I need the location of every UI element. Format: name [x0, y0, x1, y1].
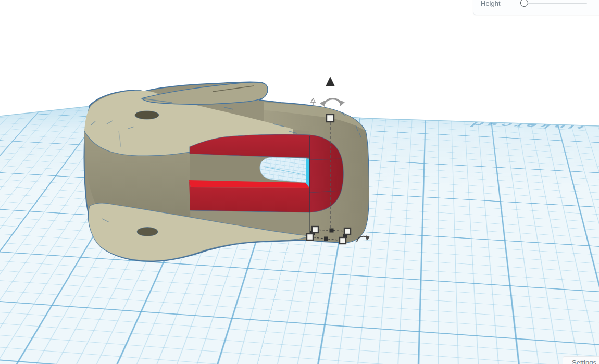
slot-inner-edge-cyan: [306, 158, 309, 187]
height-slider[interactable]: [519, 0, 599, 7]
rotate-arrowhead-icon: [366, 235, 370, 241]
rotate-handle-top[interactable]: [320, 99, 345, 107]
height-panel: Height 20: [473, 0, 599, 15]
rotate-arrowhead-right-icon: [339, 100, 345, 106]
scale-handle-top[interactable]: [327, 115, 334, 122]
scene-canvas: [0, 0, 599, 364]
height-slider-track[interactable]: [527, 3, 587, 4]
mini-up-arrow-icon[interactable]: [311, 98, 315, 106]
scale-handle-front-right[interactable]: [340, 237, 346, 244]
edge-handle-front[interactable]: [324, 237, 328, 241]
height-slider-knob[interactable]: [520, 0, 528, 7]
edge-handle-back[interactable]: [330, 229, 334, 233]
scale-handle-front-left[interactable]: [307, 234, 313, 240]
scale-handle-back-right[interactable]: [344, 228, 351, 234]
scale-handle-back-left[interactable]: [312, 227, 318, 233]
top-hole: [135, 111, 159, 119]
foot-hole: [137, 228, 158, 236]
model-bracket[interactable]: [84, 82, 369, 261]
height-label: Height: [481, 0, 519, 7]
rotate-arrowhead-left-icon: [320, 101, 325, 107]
3d-viewport[interactable]: tinkercad: [0, 0, 599, 364]
move-up-cone-icon[interactable]: [326, 77, 335, 86]
settings-button[interactable]: Settings: [563, 356, 599, 364]
